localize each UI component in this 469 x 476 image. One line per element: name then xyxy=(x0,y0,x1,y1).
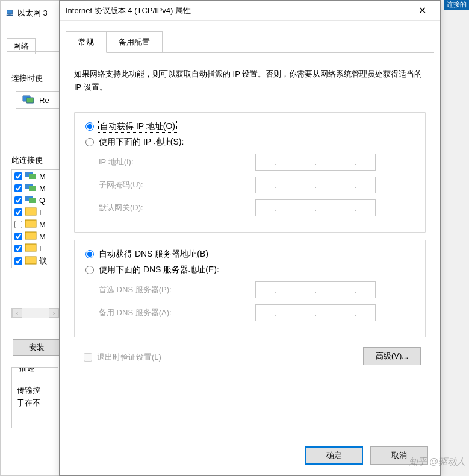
preferred-dns-label: 首选 DNS 服务器(P): xyxy=(99,284,255,295)
tab-strip: 常规 备用配置 xyxy=(66,31,440,52)
list-item-checkbox[interactable] xyxy=(14,196,22,204)
validate-on-exit-checkbox[interactable] xyxy=(84,353,92,362)
ip-manual-row: 使用下面的 IP 地址(S): xyxy=(85,137,414,148)
parent-items-listbox[interactable]: M M Q I M M I 锁 xyxy=(11,169,60,268)
horizontal-scrollbar[interactable]: ‹ › xyxy=(11,308,60,318)
list-item-checkbox[interactable] xyxy=(14,208,22,216)
dialog-buttons: 确定 取消 xyxy=(305,446,428,465)
svg-rect-0 xyxy=(7,10,13,14)
dns-manual-radio[interactable] xyxy=(85,266,94,274)
parent-tab-divider xyxy=(7,51,60,52)
list-item-label: I xyxy=(39,244,42,253)
tab-alternate[interactable]: 备用配置 xyxy=(106,31,163,53)
dialog-title-bar: Internet 协议版本 4 (TCP/IPv4) 属性 ✕ xyxy=(60,1,440,21)
default-gateway-row: 默认网关(D): ... xyxy=(99,199,414,216)
list-item[interactable]: M xyxy=(12,230,59,242)
list-item-checkbox[interactable] xyxy=(14,221,22,228)
parent-adapter-box: Re xyxy=(16,91,61,109)
install-button[interactable]: 安装 xyxy=(13,339,61,356)
parent-window-title-text: 以太网 3 xyxy=(17,8,48,19)
parent-adapter-text: Re xyxy=(39,96,49,105)
svg-rect-10 xyxy=(29,198,36,203)
svg-rect-15 xyxy=(25,257,36,264)
parent-ethernet-properties-window: 以太网 3 网络 连接时使 Re 此连接使 M M Q I M M I 锁 ‹ … xyxy=(0,0,60,476)
list-item[interactable]: M xyxy=(12,218,59,230)
ip-auto-radio[interactable] xyxy=(85,122,94,131)
cancel-button[interactable]: 取消 xyxy=(370,446,428,465)
close-icon: ✕ xyxy=(418,5,426,16)
ip-address-row: IP 地址(I): ... xyxy=(99,154,414,171)
list-item-label: M xyxy=(39,172,46,181)
dialog-description: 如果网络支持此功能，则可以获取自动指派的 IP 设置。否则，你需要从网络系统管理… xyxy=(74,67,426,94)
list-item-label: M xyxy=(39,220,46,229)
svg-rect-14 xyxy=(25,244,36,251)
ip-address-input[interactable]: ... xyxy=(255,154,376,171)
ip-manual-label[interactable]: 使用下面的 IP 地址(S): xyxy=(99,137,184,148)
list-item[interactable]: I xyxy=(12,206,59,218)
dialog-title-text: Internet 协议版本 4 (TCP/IPv4) 属性 xyxy=(66,5,191,16)
subnet-mask-input[interactable]: ... xyxy=(255,177,376,193)
list-item[interactable]: Q xyxy=(12,194,59,206)
list-item-checkbox[interactable] xyxy=(14,245,22,252)
network-item-icon xyxy=(25,231,37,241)
dns-manual-label[interactable]: 使用下面的 DNS 服务器地址(E): xyxy=(99,265,219,275)
network-item-icon xyxy=(25,171,37,181)
list-item-checkbox[interactable] xyxy=(14,233,22,240)
network-item-icon xyxy=(25,243,37,253)
list-item-checkbox[interactable] xyxy=(14,172,22,180)
list-item-label: M xyxy=(39,232,46,241)
alternate-dns-row: 备用 DNS 服务器(A): ... xyxy=(99,304,414,321)
network-item-icon xyxy=(25,183,37,193)
list-item-label: I xyxy=(39,208,42,217)
svg-rect-1 xyxy=(8,14,11,15)
ethernet-icon xyxy=(5,9,14,17)
svg-rect-12 xyxy=(25,220,36,227)
alternate-dns-input[interactable]: ... xyxy=(255,304,376,321)
svg-rect-4 xyxy=(26,98,34,103)
list-item-checkbox[interactable] xyxy=(14,257,22,265)
list-item-label: Q xyxy=(39,196,45,205)
scroll-left-button[interactable]: ‹ xyxy=(12,308,22,318)
network-item-icon xyxy=(25,219,37,229)
svg-rect-2 xyxy=(7,15,13,16)
tab-general[interactable]: 常规 xyxy=(66,31,107,53)
dns-manual-row: 使用下面的 DNS 服务器地址(E): xyxy=(85,265,414,275)
close-button[interactable]: ✕ xyxy=(410,2,434,20)
dns-auto-row: 自动获得 DNS 服务器地址(B) xyxy=(85,249,414,260)
ip-auto-label[interactable]: 自动获得 IP 地址(O) xyxy=(99,121,176,132)
default-gateway-label: 默认网关(D): xyxy=(99,202,255,213)
dns-auto-radio[interactable] xyxy=(85,250,94,258)
list-item[interactable]: M xyxy=(12,170,59,182)
preferred-dns-input[interactable]: ... xyxy=(255,281,376,298)
ipv4-properties-dialog: Internet 协议版本 4 (TCP/IPv4) 属性 ✕ 常规 备用配置 … xyxy=(59,0,441,476)
ip-auto-row: 自动获得 IP 地址(O) xyxy=(85,121,414,132)
subnet-mask-row: 子网掩码(U): ... xyxy=(99,177,414,193)
list-item[interactable]: M xyxy=(12,182,59,194)
scroll-right-button[interactable]: › xyxy=(49,308,59,318)
monitor-icon xyxy=(22,95,34,105)
preferred-dns-row: 首选 DNS 服务器(P): ... xyxy=(99,281,414,298)
list-item-checkbox[interactable] xyxy=(14,184,22,192)
list-item[interactable]: I xyxy=(12,242,59,254)
description-groupbox: 描述 传输控 于在不 xyxy=(11,367,58,428)
list-item-label: M xyxy=(39,184,46,193)
ip-group: 自动获得 IP 地址(O) 使用下面的 IP 地址(S): IP 地址(I): … xyxy=(74,112,426,233)
description-text: 传输控 于在不 xyxy=(17,384,53,410)
dns-auto-label[interactable]: 自动获得 DNS 服务器地址(B) xyxy=(99,249,208,260)
network-item-icon xyxy=(25,207,37,217)
dns-group: 自动获得 DNS 服务器地址(B) 使用下面的 DNS 服务器地址(E): 首选… xyxy=(74,240,426,337)
description-legend: 描述 xyxy=(17,367,37,374)
ok-button[interactable]: 确定 xyxy=(305,446,363,465)
list-item[interactable]: 锁 xyxy=(12,254,59,268)
svg-rect-13 xyxy=(25,232,36,239)
default-gateway-input[interactable]: ... xyxy=(255,199,376,216)
ip-manual-radio[interactable] xyxy=(85,138,94,146)
parent-connection-uses-label: 此连接使 xyxy=(11,155,43,166)
svg-rect-11 xyxy=(25,208,36,215)
validate-on-exit-label[interactable]: 退出时验证设置(L) xyxy=(97,352,161,363)
subnet-mask-label: 子网掩码(U): xyxy=(99,180,255,190)
advanced-button[interactable]: 高级(V)... xyxy=(363,347,421,365)
alternate-dns-label: 备用 DNS 服务器(A): xyxy=(99,307,255,318)
svg-rect-6 xyxy=(29,174,36,179)
tab-general-body: 如果网络支持此功能，则可以获取自动指派的 IP 设置。否则，你需要从网络系统管理… xyxy=(60,53,440,365)
